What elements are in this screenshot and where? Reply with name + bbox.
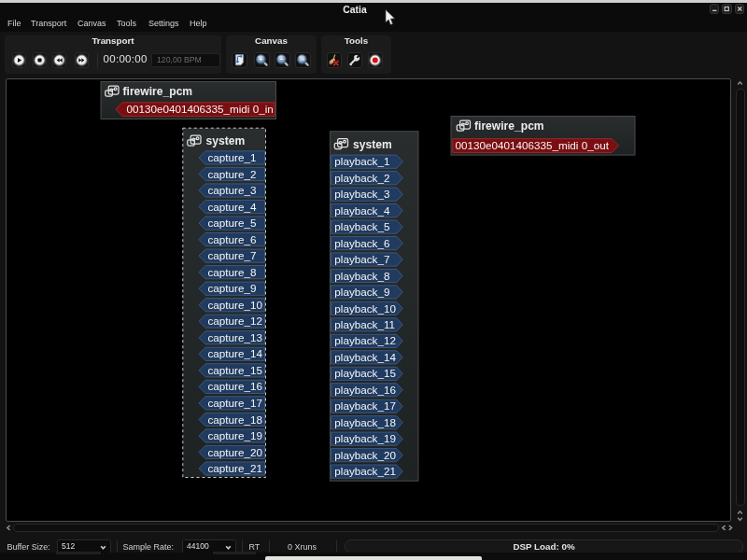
svg-text:system: system xyxy=(206,134,246,147)
svg-text:00130e0401406335_midi 0_out: 00130e0401406335_midi 0_out xyxy=(456,139,610,151)
svg-text:firewire_pcm: firewire_pcm xyxy=(474,119,544,133)
svg-text:capture_20: capture_20 xyxy=(208,445,263,457)
svg-text:capture_8: capture_8 xyxy=(208,265,257,277)
svg-text:playback_19: playback_19 xyxy=(334,432,396,444)
svg-text:00130e0401406335_midi 0_in: 00130e0401406335_midi 0_in xyxy=(127,103,274,115)
svg-text:capture_17: capture_17 xyxy=(208,397,262,409)
svg-text:system: system xyxy=(353,137,392,150)
svg-text:capture_7: capture_7 xyxy=(208,249,257,261)
svg-text:capture_3: capture_3 xyxy=(208,184,257,196)
svg-text:playback_6: playback_6 xyxy=(334,236,389,248)
svg-text:playback_2: playback_2 xyxy=(334,171,389,183)
svg-text:playback_5: playback_5 xyxy=(334,220,390,232)
svg-text:capture_13: capture_13 xyxy=(208,330,262,343)
svg-text:playback_7: playback_7 xyxy=(334,253,389,265)
svg-text:firewire_pcm: firewire_pcm xyxy=(123,85,193,98)
svg-text:capture_6: capture_6 xyxy=(208,232,257,245)
svg-text:capture_12: capture_12 xyxy=(208,315,262,327)
svg-text:playback_18: playback_18 xyxy=(334,415,396,427)
svg-text:capture_15: capture_15 xyxy=(208,363,263,375)
svg-text:playback_1: playback_1 xyxy=(334,155,389,167)
svg-text:playback_12: playback_12 xyxy=(334,334,396,346)
svg-text:capture_9: capture_9 xyxy=(208,282,257,294)
svg-text:playback_9: playback_9 xyxy=(334,286,389,298)
svg-text:capture_2: capture_2 xyxy=(208,167,257,179)
svg-text:playback_10: playback_10 xyxy=(334,301,396,314)
svg-text:playback_17: playback_17 xyxy=(334,399,396,412)
svg-text:playback_14: playback_14 xyxy=(334,350,396,362)
svg-text:playback_20: playback_20 xyxy=(334,448,396,460)
svg-text:playback_11: playback_11 xyxy=(334,318,395,330)
svg-text:playback_8: playback_8 xyxy=(334,269,389,281)
svg-text:playback_4: playback_4 xyxy=(334,203,390,216)
svg-text:capture_18: capture_18 xyxy=(208,413,262,425)
svg-text:playback_3: playback_3 xyxy=(334,188,389,200)
svg-text:capture_14: capture_14 xyxy=(208,347,263,359)
svg-text:playback_16: playback_16 xyxy=(334,383,396,395)
svg-text:capture_19: capture_19 xyxy=(208,429,262,441)
svg-text:capture_5: capture_5 xyxy=(208,217,257,229)
svg-text:capture_4: capture_4 xyxy=(208,200,257,212)
svg-text:capture_21: capture_21 xyxy=(208,462,262,474)
svg-text:playback_15: playback_15 xyxy=(334,367,396,379)
svg-text:capture_16: capture_16 xyxy=(208,380,262,392)
svg-text:capture_10: capture_10 xyxy=(208,298,263,310)
svg-text:capture_1: capture_1 xyxy=(208,151,257,163)
svg-text:playback_21: playback_21 xyxy=(334,465,396,477)
